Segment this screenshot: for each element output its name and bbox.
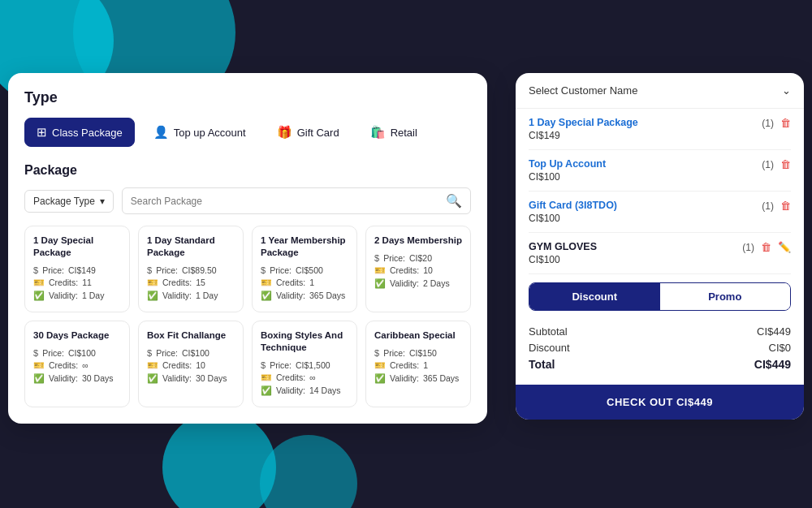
discount-row: Discount CI$0 [529, 342, 791, 354]
pkg-name-1: 1 Day Standard Package [147, 235, 235, 259]
subtotal-value: CI$449 [757, 325, 791, 338]
dropdown-chevron-icon: ▾ [100, 196, 105, 207]
cart-edit-button-3[interactable]: ✏️ [778, 241, 791, 253]
pkg-credits-row-7: 🎫 Credits: 1 [374, 360, 462, 371]
package-card-1[interactable]: 1 Day Standard Package $ Price: CI$89.50… [138, 226, 244, 312]
package-card-7[interactable]: Caribbean Special $ Price: CI$150 🎫 Cred… [365, 321, 471, 407]
pkg-validity-row-0: ✅ Validity: 1 Day [33, 291, 121, 301]
cart-item-price-2: CI$100 [529, 213, 762, 224]
checkout-button[interactable]: CHECK OUT CI$449 [516, 385, 804, 420]
credits-icon-0: 🎫 [33, 278, 45, 288]
pkg-credits-7: 1 [423, 360, 428, 370]
cart-item-qty-1: (1) [762, 159, 774, 170]
credits-icon-6: 🎫 [261, 372, 272, 383]
cart-delete-button-3[interactable]: 🗑 [761, 241, 771, 253]
pkg-credits-row-5: 🎫 Credits: 10 [147, 360, 235, 371]
pkg-credits-2: 1 [309, 278, 314, 287]
package-card-0[interactable]: 1 Day Special Package $ Price: CI$149 🎫 … [24, 226, 130, 312]
package-grid: 1 Day Special Package $ Price: CI$149 🎫 … [24, 226, 471, 407]
validity-icon-3: ✅ [374, 278, 386, 289]
pkg-validity-row-1: ✅ Validity: 1 Day [147, 291, 235, 301]
pkg-validity-2: 365 Days [309, 291, 345, 300]
pkg-price-row-2: $ Price: CI$500 [261, 265, 348, 275]
pkg-price-row-1: $ Price: CI$89.50 [147, 265, 235, 275]
pkg-price-row-3: $ Price: CI$20 [374, 253, 462, 263]
pkg-price-7: CI$150 [409, 348, 437, 358]
tab-retail-label: Retail [391, 127, 417, 139]
pkg-validity-row-3: ✅ Validity: 2 Days [374, 278, 462, 289]
credits-icon-4: 🎫 [33, 360, 45, 371]
pkg-name-4: 30 Days Package [33, 329, 121, 342]
pkg-name-5: Box Fit Challange [147, 329, 235, 342]
gift-card-icon: 🎁 [277, 125, 292, 140]
validity-icon-7: ✅ [374, 373, 386, 384]
validity-icon-2: ✅ [261, 291, 272, 301]
tab-retail[interactable]: 🛍️ Retail [358, 118, 430, 147]
pkg-price-0: CI$149 [68, 265, 96, 275]
pkg-validity-7: 365 Days [423, 373, 459, 383]
package-card-5[interactable]: Box Fit Challange $ Price: CI$100 🎫 Cred… [138, 321, 244, 407]
price-icon-0: $ [33, 265, 38, 275]
tab-top-up-label: Top up Account [174, 127, 246, 139]
customer-select-dropdown[interactable]: Select Customer Name ⌄ [516, 73, 804, 109]
retail-icon: 🛍️ [370, 125, 386, 140]
cart-item-qty-0: (1) [762, 118, 774, 129]
validity-icon-1: ✅ [147, 291, 158, 301]
pkg-price-4: CI$100 [68, 348, 96, 358]
tab-class-package[interactable]: ⊞ Class Package [24, 118, 135, 147]
decorative-circle-4 [260, 435, 357, 508]
credits-icon-5: 🎫 [147, 360, 158, 371]
cart-item-name-1: Top Up Account [529, 158, 762, 170]
validity-icon-5: ✅ [147, 373, 158, 384]
totals-section: Subtotal CI$449 Discount CI$0 Total CI$4… [516, 319, 804, 385]
tab-gift-card[interactable]: 🎁 Gift Card [265, 118, 352, 147]
tab-top-up-account[interactable]: 👤 Top up Account [141, 118, 258, 147]
search-package-container: 🔍 [122, 187, 471, 214]
package-card-3[interactable]: 2 Days Membership $ Price: CI$20 🎫 Credi… [365, 226, 471, 312]
price-icon-7: $ [374, 348, 379, 358]
price-icon-6: $ [261, 360, 266, 370]
price-icon-1: $ [147, 265, 152, 275]
discount-tab-label: Discount [572, 291, 617, 303]
pkg-price-row-6: $ Price: CI$1,500 [261, 360, 348, 370]
cart-item-3: GYM GLOVES CI$100 (1) 🗑 ✏️ [529, 233, 791, 274]
discount-promo-tabs: Discount Promo [529, 282, 791, 311]
package-card-4[interactable]: 30 Days Package $ Price: CI$100 🎫 Credit… [24, 321, 130, 407]
pkg-name-3: 2 Days Membership [374, 235, 462, 247]
pkg-price-row-4: $ Price: CI$100 [33, 348, 121, 358]
cart-item-name-3: GYM GLOVES [529, 241, 742, 252]
package-type-dropdown[interactable]: Package Type ▾ [24, 190, 114, 213]
customer-select-label: Select Customer Name [529, 84, 637, 97]
pkg-credits-6: ∞ [309, 372, 316, 382]
pkg-validity-label-0: Validity: [49, 291, 78, 300]
discount-label: Discount [529, 342, 570, 354]
pkg-credits-row-2: 🎫 Credits: 1 [261, 278, 348, 288]
package-card-6[interactable]: Boxing Styles And Technique $ Price: CI$… [252, 321, 357, 407]
cart-delete-button-2[interactable]: 🗑 [780, 200, 791, 212]
pkg-name-7: Caribbean Special [374, 329, 462, 342]
pkg-validity-row-2: ✅ Validity: 365 Days [261, 291, 348, 301]
credits-icon-7: 🎫 [374, 360, 386, 371]
cart-items-list: 1 Day Special Package CI$149 (1) 🗑 Top U… [516, 109, 804, 274]
cart-delete-button-0[interactable]: 🗑 [780, 117, 791, 129]
subtotal-label: Subtotal [529, 325, 568, 338]
promo-tab[interactable]: Promo [660, 283, 791, 310]
pkg-price-row-5: $ Price: CI$100 [147, 348, 235, 358]
type-tabs: ⊞ Class Package 👤 Top up Account 🎁 Gift … [24, 118, 471, 147]
subtotal-row: Subtotal CI$449 [529, 325, 791, 338]
cart-item-2: Gift Card (3I8TDO) CI$100 (1) 🗑 [529, 192, 791, 233]
package-card-2[interactable]: 1 Year Membership Package $ Price: CI$50… [252, 226, 357, 312]
pkg-credits-row-1: 🎫 Credits: 15 [147, 278, 235, 288]
pkg-name-0: 1 Day Special Package [33, 235, 121, 259]
pkg-credits-label-0: Credits: [49, 278, 78, 287]
search-package-input[interactable] [131, 196, 441, 207]
package-type-label: Package Type [33, 196, 95, 207]
search-icon: 🔍 [446, 193, 462, 209]
pkg-validity-4: 30 Days [82, 373, 114, 383]
pkg-price-row-7: $ Price: CI$150 [374, 348, 462, 358]
top-up-icon: 👤 [153, 125, 169, 140]
pkg-name-6: Boxing Styles And Technique [261, 329, 348, 354]
cart-delete-button-1[interactable]: 🗑 [780, 158, 791, 170]
discount-tab[interactable]: Discount [529, 283, 660, 310]
pkg-price-2: CI$500 [296, 265, 323, 275]
